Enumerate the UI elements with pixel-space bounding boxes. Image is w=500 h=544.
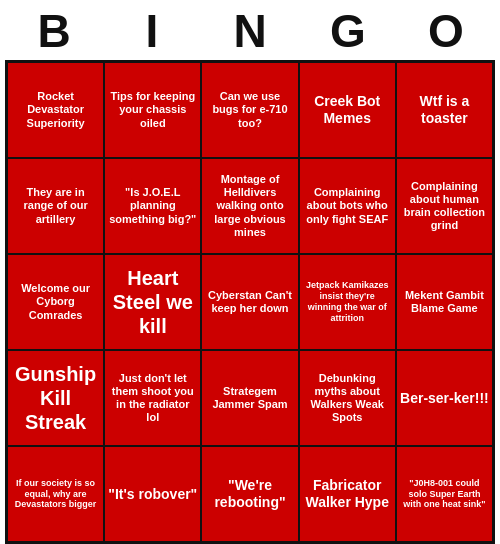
bingo-header: B I N G O <box>5 0 495 60</box>
bingo-cell-6: "Is J.O.E.L planning something big?" <box>104 158 201 254</box>
bingo-cell-4: Wtf is a toaster <box>396 62 493 158</box>
bingo-cell-15: Gunship Kill Streak <box>7 350 104 446</box>
letter-n: N <box>205 4 295 58</box>
letter-i: I <box>107 4 197 58</box>
bingo-cell-2: Can we use bugs for e-710 too? <box>201 62 298 158</box>
letter-o: O <box>401 4 491 58</box>
bingo-cell-10: Welcome our Cyborg Comrades <box>7 254 104 350</box>
bingo-cell-22: "We're rebooting" <box>201 446 298 542</box>
bingo-cell-12: Cyberstan Can't keep her down <box>201 254 298 350</box>
bingo-cell-24: "J0H8-001 could solo Super Earth with on… <box>396 446 493 542</box>
bingo-cell-14: Mekent Gambit Blame Game <box>396 254 493 350</box>
bingo-cell-5: They are in range of our artillery <box>7 158 104 254</box>
bingo-cell-7: Montage of Helldivers walking onto large… <box>201 158 298 254</box>
bingo-cell-17: Strategem Jammer Spam <box>201 350 298 446</box>
bingo-cell-23: Fabricator Walker Hype <box>299 446 396 542</box>
bingo-grid: Rocket Devastator SuperiorityTips for ke… <box>5 60 495 544</box>
bingo-cell-19: Ber-ser-ker!!! <box>396 350 493 446</box>
bingo-cell-9: Complaining about human brain collection… <box>396 158 493 254</box>
bingo-cell-13: Jetpack Kamikazes insist they're winning… <box>299 254 396 350</box>
bingo-cell-1: Tips for keeping your chassis oiled <box>104 62 201 158</box>
bingo-cell-11: Heart Steel we kill <box>104 254 201 350</box>
bingo-cell-0: Rocket Devastator Superiority <box>7 62 104 158</box>
bingo-cell-20: If our society is so equal, why are Deva… <box>7 446 104 542</box>
bingo-cell-18: Debunking myths about Walkers Weak Spots <box>299 350 396 446</box>
letter-g: G <box>303 4 393 58</box>
bingo-cell-21: "It's robover" <box>104 446 201 542</box>
letter-b: B <box>9 4 99 58</box>
bingo-cell-3: Creek Bot Memes <box>299 62 396 158</box>
bingo-cell-8: Complaining about bots who only fight SE… <box>299 158 396 254</box>
bingo-cell-16: Just don't let them shoot you in the rad… <box>104 350 201 446</box>
